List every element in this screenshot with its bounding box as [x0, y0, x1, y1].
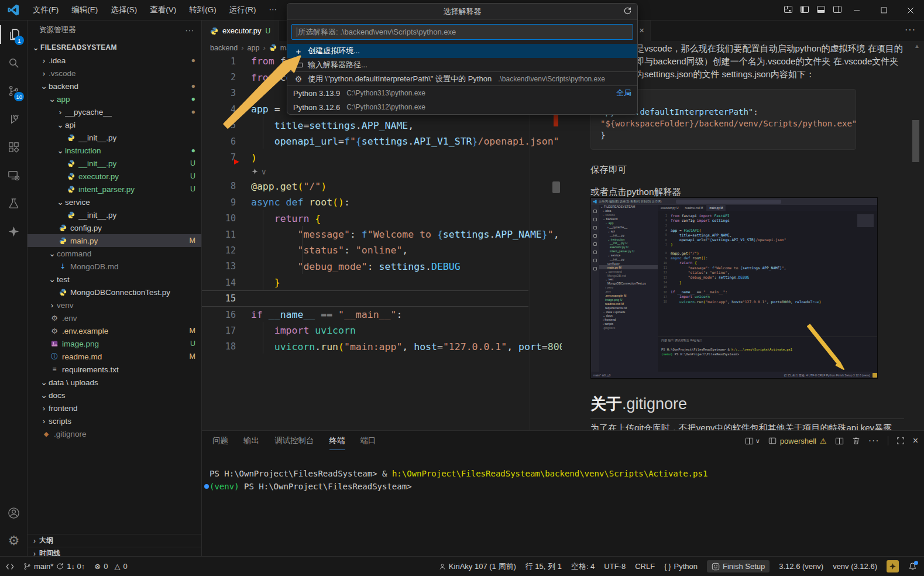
terminal-instance-powershell[interactable]: powershell ⚠ — [768, 437, 827, 445]
tree-item-app[interactable]: ⌄app● — [28, 92, 201, 105]
tree-item-scripts[interactable]: ›scripts — [28, 414, 201, 427]
tree-item-image.png[interactable]: image.pngU — [28, 337, 201, 350]
menu-编辑(E)[interactable]: 编辑(E) — [65, 2, 104, 18]
refresh-icon[interactable] — [623, 6, 632, 15]
panel-tab-端口[interactable]: 端口 — [360, 436, 376, 450]
tree-item-backend[interactable]: ⌄backend● — [28, 80, 201, 92]
close-window-button[interactable] — [897, 0, 924, 20]
toggle-sidebar-icon[interactable] — [800, 5, 809, 16]
finish-setup-button[interactable]: Finish Setup — [707, 560, 770, 572]
quickpick-item[interactable]: 输入解释器路径... — [287, 58, 637, 72]
code-line-10[interactable]: 10 return { — [202, 211, 562, 227]
tree-item-intent_parser.py[interactable]: intent_parser.pyU — [28, 183, 201, 196]
maximize-panel-icon[interactable] — [896, 437, 905, 445]
menu-选择(S)[interactable]: 选择(S) — [104, 2, 143, 18]
tree-item-__pycache__[interactable]: ›__pycache__● — [28, 105, 201, 118]
notifications-bell-icon[interactable] — [908, 562, 917, 571]
eol-status[interactable]: CRLF — [635, 562, 655, 571]
tree-item-executor.py[interactable]: executor.pyU — [28, 170, 201, 183]
menu-文件(F)[interactable]: 文件(F) — [26, 2, 65, 18]
remote-indicator[interactable] — [6, 563, 14, 571]
toggle-panel-icon[interactable] — [816, 5, 826, 16]
split-terminal-dropdown[interactable]: ∨ — [745, 437, 760, 445]
activity-source-control[interactable]: 10 — [0, 77, 28, 105]
tree-item-main.py[interactable]: main.pyM — [28, 234, 201, 247]
menu-查看(V)[interactable]: 查看(V) — [143, 2, 183, 18]
language-mode[interactable]: { }Python — [664, 562, 698, 571]
tree-item-.vscode[interactable]: ›.vscode — [28, 67, 201, 80]
tree-item-__init__.py[interactable]: __init__.pyU — [28, 157, 201, 170]
tree-item-FILESREADSYSTEAM[interactable]: ⌄FILESREADSYSTEAM — [28, 41, 201, 54]
cursor-position[interactable]: 行 15, 列 1 — [525, 561, 562, 572]
tree-item-MongoDB.md[interactable]: ⇣MongoDB.md — [28, 260, 201, 273]
code-line-15[interactable]: 15 — [202, 290, 528, 306]
tree-item-.env[interactable]: ⚙.env — [28, 311, 201, 324]
code-line-8[interactable]: 8@app.get("/") — [202, 179, 562, 194]
preview-scrollbar[interactable] — [912, 120, 919, 162]
outline-section[interactable]: ›大纲 — [28, 534, 201, 547]
inline-chat-sparkle-icon[interactable]: ∨ — [202, 166, 562, 179]
tree-item-config.py[interactable]: config.py — [28, 221, 201, 234]
more-actions-icon[interactable]: ··· — [868, 436, 880, 446]
editor-scrollbar[interactable] — [552, 181, 560, 193]
activity-testing[interactable] — [0, 189, 28, 217]
indentation-status[interactable]: 空格: 4 — [571, 561, 595, 572]
code-line-11[interactable]: 11 "message": f"Welcome to {settings.APP… — [202, 227, 562, 242]
encoding-status[interactable]: UTF-8 — [604, 562, 626, 571]
panel-tab-终端[interactable]: 终端 — [329, 436, 345, 450]
code-line-16[interactable]: 16if __name__ == "__main__": — [202, 307, 562, 323]
blame-author[interactable]: KiriAky 107 (1 周前) — [439, 561, 516, 572]
code-line-5[interactable]: 5 title=settings.APP_NAME, — [202, 118, 562, 133]
code-line-6[interactable]: 6 openapi_url=f"{settings.API_V1_STR}/op… — [202, 133, 562, 149]
quickpick-item[interactable]: Python 3.12.6C:\Python312\python.exe — [287, 100, 637, 114]
menu-···[interactable]: ··· — [263, 2, 284, 18]
tree-item-venv[interactable]: ›venv — [28, 299, 201, 311]
tree-item-service[interactable]: ⌄service — [28, 196, 201, 208]
quickpick-item[interactable]: ⚙使用 \"python.defaultInterpreterPath\" 设置… — [287, 72, 637, 86]
timeline-section[interactable]: ›时间线 — [28, 547, 201, 556]
tree-item-datauploads[interactable]: ⌄data \ uploads — [28, 376, 201, 389]
code-line-14[interactable]: 14 } — [202, 275, 562, 290]
tree-item-.idea[interactable]: ›.idea● — [28, 54, 201, 67]
activity-remote-explorer[interactable] — [0, 161, 28, 189]
explorer-more-icon[interactable]: ··· — [186, 26, 195, 35]
venv-status[interactable]: venv (3.12.6) — [833, 562, 877, 571]
tree-item-readme.md[interactable]: ⓘreadme.mdM — [28, 350, 201, 363]
extension-status-icon[interactable] — [887, 560, 899, 572]
close-tab-icon[interactable]: × — [639, 25, 644, 35]
activity-account[interactable] — [0, 499, 28, 527]
tree-item-docs[interactable]: ⌄docs — [28, 389, 201, 402]
panel-tab-调试控制台[interactable]: 调试控制台 — [274, 436, 314, 450]
minimize-button[interactable] — [843, 0, 870, 20]
activity-settings[interactable]: ⚙ — [0, 527, 28, 555]
menu-转到(G)[interactable]: 转到(G) — [183, 2, 223, 18]
tree-item-MongoDBConnectionTest.py[interactable]: MongoDBConnectionTest.py — [28, 286, 201, 299]
tab-executor-py[interactable]: executor.py U — [202, 20, 279, 41]
tree-item-api[interactable]: ⌄api — [28, 118, 201, 131]
quickpick-item[interactable]: Python 3.13.9C:\Python313\python.exe全局 — [287, 86, 637, 100]
tree-item-__init__.py[interactable]: __init__.py — [28, 131, 201, 144]
activity-run-debug[interactable] — [0, 105, 28, 133]
tree-item-test[interactable]: ⌄test — [28, 273, 201, 286]
problems-status[interactable]: ⊗0 △0 — [94, 562, 127, 571]
code-line-9[interactable]: 9async def root(): — [202, 194, 562, 210]
activity-search[interactable] — [0, 49, 28, 77]
code-line-7[interactable]: 7) — [202, 149, 562, 165]
close-panel-icon[interactable]: × — [913, 436, 918, 446]
tree-item-.env.example[interactable]: ⚙.env.exampleM — [28, 324, 201, 337]
kill-terminal-icon[interactable] — [852, 437, 860, 445]
quickpick-item[interactable]: +创建虚拟环境... — [287, 44, 637, 58]
toggle-secondary-sidebar-icon[interactable] — [833, 5, 842, 16]
tree-item-instruction[interactable]: ⌄instruction● — [28, 144, 201, 157]
code-line-13[interactable]: 13 "debug_mode": settings.DEBUG — [202, 259, 562, 275]
panel-tab-输出[interactable]: 输出 — [243, 436, 259, 450]
activity-extensions[interactable] — [0, 133, 28, 161]
python-interpreter-status[interactable]: 3.12.6 (venv) — [779, 562, 823, 571]
menu-运行(R)[interactable]: 运行(R) — [223, 2, 263, 18]
maximize-button[interactable] — [870, 0, 897, 20]
tree-item-.gitignore[interactable]: ◆.gitignore — [28, 427, 201, 440]
tree-item-__init__.py[interactable]: __init__.py — [28, 208, 201, 221]
tree-item-frontend[interactable]: ›frontend — [28, 402, 201, 414]
tree-item-requirements.txt[interactable]: ≡requirements.txt — [28, 363, 201, 376]
editor-actions-more-icon[interactable]: ··· — [905, 25, 916, 35]
